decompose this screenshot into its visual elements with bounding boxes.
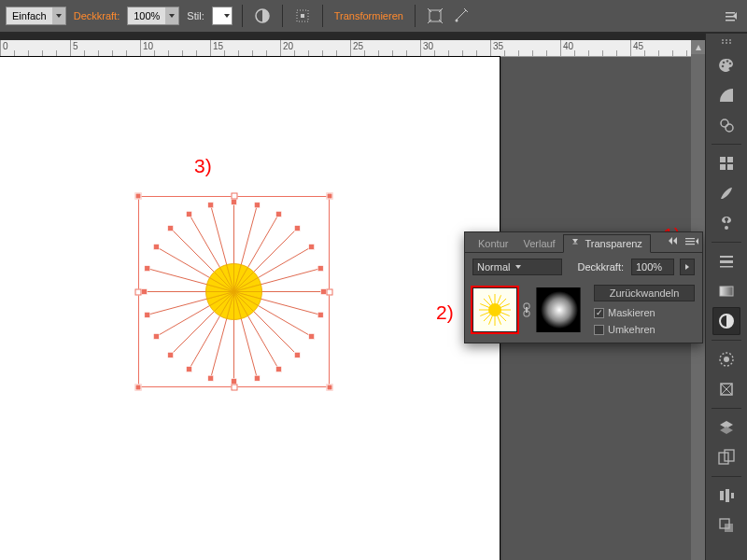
svg-rect-63 — [685, 241, 695, 242]
tab-kontur[interactable]: Kontur — [471, 235, 515, 252]
svg-point-82 — [488, 303, 501, 316]
svg-rect-62 — [685, 238, 695, 239]
panel-opacity-label: Deckkraft: — [575, 261, 626, 273]
layers-icon[interactable] — [712, 413, 740, 441]
radial-mask-icon — [537, 287, 580, 332]
svg-rect-49 — [254, 203, 260, 208]
separator — [415, 5, 416, 27]
svg-rect-25 — [208, 375, 214, 381]
svg-rect-96 — [720, 164, 726, 170]
separator — [242, 5, 243, 27]
svg-rect-41 — [168, 226, 174, 231]
selection-bounding-box[interactable] — [138, 196, 330, 387]
style-swatch[interactable] — [212, 7, 233, 25]
panel-dock — [705, 34, 747, 560]
svg-rect-31 — [153, 334, 159, 340]
svg-rect-35 — [142, 289, 148, 295]
svg-point-4 — [455, 20, 458, 22]
svg-point-105 — [724, 357, 729, 362]
tab-transparenz[interactable]: Transparenz — [563, 234, 651, 253]
svg-rect-17 — [294, 352, 300, 357]
svg-line-16 — [254, 312, 298, 356]
control-bar-right — [721, 6, 741, 26]
umkehren-checkbox[interactable]: Umkehren — [594, 324, 695, 335]
artboard[interactable]: 3) — [0, 57, 500, 560]
svg-rect-45 — [208, 203, 214, 208]
blend-mode-dropdown[interactable]: Normal — [472, 259, 562, 275]
link-panel-icon[interactable] — [712, 111, 740, 139]
svg-rect-57 — [317, 266, 323, 272]
svg-point-89 — [726, 60, 729, 63]
svg-rect-55 — [309, 245, 315, 250]
artwork-thumbnail[interactable] — [472, 287, 517, 332]
svg-rect-29 — [168, 352, 174, 357]
gradient-panel-icon[interactable] — [712, 277, 740, 305]
svg-rect-113 — [731, 493, 734, 498]
svg-line-28 — [171, 312, 215, 356]
symbols-icon[interactable] — [712, 209, 740, 237]
scroll-up-arrow[interactable] — [691, 40, 705, 54]
revert-mask-button[interactable]: Zurückwandeln — [594, 285, 695, 301]
svg-rect-27 — [187, 367, 192, 372]
collapse-icon[interactable] — [669, 236, 680, 245]
isolate-icon[interactable] — [425, 6, 445, 26]
control-bar: Einfach Deckkraft: 100% Stil: Transformi… — [0, 0, 747, 34]
opacity-flyout-arrow[interactable] — [680, 259, 695, 275]
color-guide-icon[interactable] — [712, 81, 740, 109]
transparency-panel-icon[interactable] — [712, 307, 740, 335]
svg-rect-85 — [526, 307, 528, 313]
svg-rect-101 — [720, 266, 733, 268]
panel-options-icon[interactable] — [685, 236, 698, 245]
svg-marker-61 — [673, 237, 677, 245]
align-panel-icon[interactable] — [712, 482, 740, 510]
svg-rect-2 — [301, 14, 304, 18]
sun-artwork[interactable] — [138, 196, 330, 387]
variant-dropdown[interactable]: Einfach — [6, 7, 66, 25]
svg-rect-21 — [254, 375, 260, 381]
link-mask-icon[interactable] — [521, 302, 532, 317]
svg-rect-33 — [145, 312, 150, 317]
svg-point-93 — [726, 124, 733, 132]
svg-rect-64 — [685, 244, 695, 245]
color-panel-icon[interactable] — [712, 51, 740, 79]
svg-rect-97 — [727, 164, 733, 170]
svg-marker-59 — [572, 241, 578, 245]
align-icon[interactable] — [292, 6, 313, 26]
svg-point-87 — [541, 291, 578, 329]
panel-tabstrip: Kontur Verlauf Transparenz — [465, 232, 702, 253]
svg-rect-5 — [726, 12, 735, 14]
panel-opacity-field[interactable]: 100% — [631, 259, 674, 275]
svg-line-52 — [254, 229, 298, 273]
opacity-label: Deckkraft: — [72, 10, 122, 21]
panel-menu-icon[interactable] — [721, 6, 741, 26]
dock-grip-icon[interactable] — [717, 39, 736, 45]
pathfinder-icon[interactable] — [712, 511, 740, 539]
transparency-panel[interactable]: Kontur Verlauf Transparenz Normal Deckkr… — [464, 231, 703, 343]
svg-line-40 — [171, 229, 215, 273]
transform-label: Transformieren — [332, 10, 405, 21]
sun-thumbnail-icon — [476, 291, 514, 329]
graphic-styles-icon[interactable] — [712, 375, 740, 403]
svg-rect-47 — [232, 200, 237, 205]
svg-point-90 — [729, 63, 732, 65]
stroke-panel-icon[interactable] — [712, 247, 740, 275]
svg-rect-100 — [720, 260, 733, 263]
svg-rect-115 — [725, 524, 733, 532]
svg-rect-110 — [725, 450, 734, 461]
appearance-icon[interactable] — [712, 345, 740, 373]
maskieren-checkbox[interactable]: Maskieren — [594, 307, 695, 318]
horizontal-ruler: 05101520253035404550 — [0, 40, 691, 57]
svg-rect-13 — [317, 312, 323, 317]
brushes-icon[interactable] — [712, 179, 740, 207]
svg-point-92 — [721, 119, 728, 127]
opacity-field[interactable]: 100% — [127, 7, 179, 25]
swatches-icon[interactable] — [712, 149, 740, 177]
svg-rect-109 — [719, 453, 728, 464]
tab-verlauf[interactable]: Verlauf — [515, 235, 562, 252]
recolor-icon[interactable] — [252, 6, 273, 26]
artboards-icon[interactable] — [712, 443, 740, 471]
mask-thumbnail[interactable] — [536, 287, 581, 332]
edit-mask-icon[interactable] — [451, 6, 472, 26]
svg-rect-99 — [720, 256, 733, 258]
svg-point-91 — [722, 65, 725, 68]
